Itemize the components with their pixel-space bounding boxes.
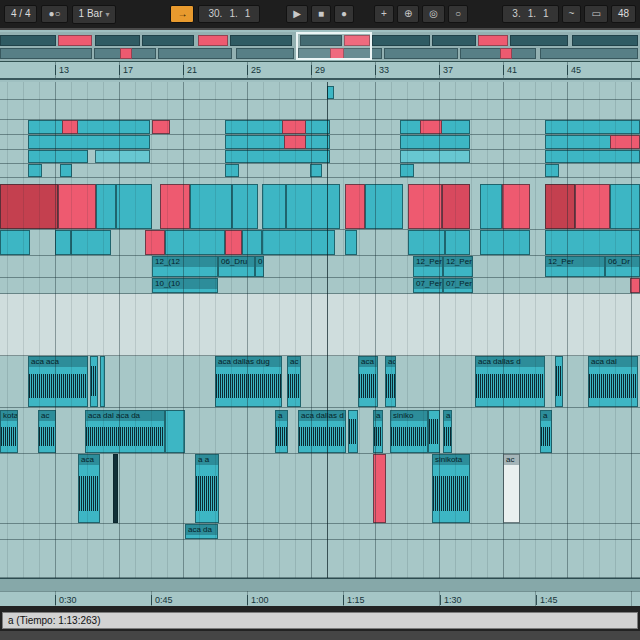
beat-time-ruler[interactable]: 131721252933374145 xyxy=(0,62,640,80)
clip[interactable] xyxy=(96,184,116,229)
audio-clip[interactable]: a xyxy=(540,410,552,453)
track-lane-lane-empty-1[interactable] xyxy=(0,100,640,120)
clip[interactable] xyxy=(71,230,111,255)
clip[interactable] xyxy=(502,184,530,229)
loop-start-display[interactable]: 3. 1. 1 xyxy=(502,5,558,23)
audio-clip[interactable]: a a xyxy=(195,454,219,523)
track-lane-named-clip-lane-1[interactable]: 12_(1206_Dru012_Per12_Per12_Per06_Dr xyxy=(0,256,640,278)
clip[interactable] xyxy=(190,184,232,229)
track-lane-midi-lane-1[interactable] xyxy=(0,120,640,135)
clip[interactable]: 10_(10 xyxy=(152,278,218,293)
clip[interactable] xyxy=(282,120,306,134)
clip[interactable] xyxy=(310,164,322,177)
session-record-button[interactable]: ○ xyxy=(448,5,468,23)
audio-clip[interactable]: aca aca xyxy=(28,356,88,407)
audio-clip[interactable]: aca dal aca da xyxy=(85,410,165,453)
clip[interactable] xyxy=(442,184,470,229)
clip[interactable] xyxy=(545,164,559,177)
audio-clip[interactable]: a xyxy=(443,410,452,453)
audio-clip[interactable]: aca dallas d xyxy=(475,356,545,407)
clip[interactable] xyxy=(62,120,78,134)
record-button[interactable]: ● xyxy=(334,5,354,23)
track-lane-drums-lane[interactable] xyxy=(0,184,640,230)
track-lane-named-clip-lane-2[interactable]: 10_(1007_Per07_Per xyxy=(0,278,640,294)
clip[interactable] xyxy=(160,184,190,229)
audio-clip[interactable] xyxy=(428,410,440,453)
clip[interactable]: 06_Dr xyxy=(605,256,640,277)
audio-clip[interactable]: aca xyxy=(358,356,378,407)
clip[interactable]: 0 xyxy=(255,256,264,277)
metronome-toggle[interactable]: ●○ xyxy=(41,5,67,23)
time-ruler[interactable]: 0:300:451:001:151:301:45 xyxy=(0,591,640,606)
midi-clip[interactable] xyxy=(225,120,330,134)
clip[interactable] xyxy=(0,184,58,229)
track-lane-midi-lane-3[interactable] xyxy=(0,150,640,164)
clip[interactable] xyxy=(545,230,640,255)
audio-clip[interactable]: ac xyxy=(38,410,56,453)
track-lane-audio-lane-2[interactable]: kotaacaca dal aca daaaca dallas dasiniko… xyxy=(0,410,640,454)
midi-clip[interactable] xyxy=(445,230,470,255)
follow-button[interactable]: → xyxy=(170,5,194,23)
loop-switch-icon[interactable]: ▭ xyxy=(584,5,607,23)
clip[interactable]: 12_(12 xyxy=(152,256,218,277)
midi-clip[interactable] xyxy=(400,135,470,149)
stop-button[interactable]: ■ xyxy=(311,5,331,23)
clip[interactable]: 06_Dru xyxy=(218,256,255,277)
clip[interactable] xyxy=(225,164,239,177)
clip[interactable] xyxy=(420,120,442,134)
track-lane-lane-empty-2[interactable] xyxy=(0,540,640,578)
midi-clip[interactable] xyxy=(225,150,330,163)
clip[interactable] xyxy=(0,230,30,255)
clip[interactable] xyxy=(28,164,42,177)
audio-clip[interactable]: siniko xyxy=(390,410,428,453)
arrangement-overview[interactable] xyxy=(0,32,640,62)
midi-clip[interactable] xyxy=(58,184,96,229)
audio-clip[interactable]: a xyxy=(373,410,383,453)
midi-clip[interactable] xyxy=(95,150,150,163)
audio-clip[interactable]: a xyxy=(275,410,288,453)
clip[interactable] xyxy=(60,164,72,177)
clip[interactable] xyxy=(262,230,335,255)
clip[interactable] xyxy=(400,164,414,177)
track-lane-marker-lane[interactable] xyxy=(0,86,640,100)
clip[interactable] xyxy=(365,184,403,229)
midi-clip[interactable] xyxy=(232,184,258,229)
clip[interactable] xyxy=(165,230,225,255)
track-lane-audio-lane-1[interactable]: aca acaaca dallas dugacacaacaca dallas d… xyxy=(0,356,640,408)
clip[interactable] xyxy=(145,230,165,255)
clip[interactable] xyxy=(575,184,610,229)
track-lane-audio-lane-3[interactable]: acaa asinikotaac xyxy=(0,454,640,524)
punch-in-icon[interactable]: ~ xyxy=(562,5,582,23)
clip[interactable]: 07_Per xyxy=(443,278,473,293)
audio-clip[interactable]: aca xyxy=(78,454,100,523)
clip[interactable] xyxy=(373,454,386,523)
audio-clip[interactable]: ac xyxy=(287,356,301,407)
clip[interactable] xyxy=(284,135,306,149)
clip[interactable] xyxy=(545,184,575,229)
horizontal-scrollbar[interactable] xyxy=(0,578,640,591)
midi-clip[interactable] xyxy=(116,184,152,229)
clip[interactable]: 12_Per xyxy=(545,256,605,277)
clip[interactable] xyxy=(286,184,340,229)
midi-clip[interactable] xyxy=(225,135,330,149)
midi-clip[interactable] xyxy=(400,150,470,163)
arrangement-area[interactable]: 12_(1206_Dru012_Per12_Per12_Per06_Dr10_(… xyxy=(0,82,640,578)
midi-clip[interactable] xyxy=(408,184,442,229)
audio-clip[interactable]: aca dallas d xyxy=(298,410,346,453)
clip[interactable] xyxy=(630,278,640,293)
clip[interactable] xyxy=(480,230,530,255)
overview-view-box[interactable] xyxy=(296,32,372,60)
clip[interactable] xyxy=(225,230,242,255)
audio-clip[interactable] xyxy=(348,410,358,453)
clip[interactable] xyxy=(242,230,262,255)
clip[interactable] xyxy=(610,184,640,229)
midi-clip[interactable] xyxy=(545,150,640,163)
audio-clip[interactable]: kota xyxy=(0,410,18,453)
play-button[interactable]: ▶ xyxy=(286,5,308,23)
clip[interactable]: 12_Per xyxy=(443,256,473,277)
new-button[interactable]: + xyxy=(374,5,394,23)
audio-clip[interactable]: aca dal xyxy=(588,356,638,407)
clip[interactable] xyxy=(408,230,445,255)
automation-arm-button[interactable]: ◎ xyxy=(422,5,445,23)
track-lane-named-clip-lane-3[interactable]: aca da xyxy=(0,524,640,540)
